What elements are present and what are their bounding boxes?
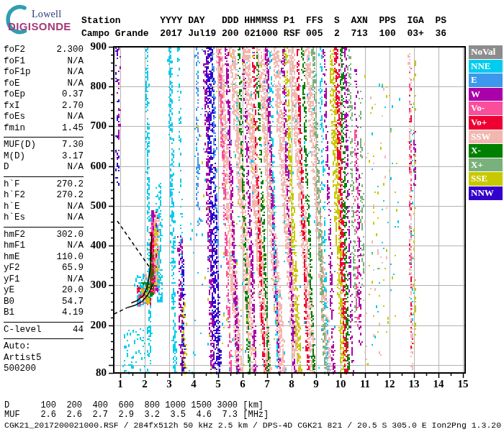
param-label: h`Es xyxy=(4,212,25,224)
x-axis-tick-label: 10 xyxy=(330,378,351,390)
x-axis-tick-label: 2 xyxy=(134,378,156,390)
param-label: foF1 xyxy=(4,56,25,68)
param-label: h`F2 xyxy=(4,190,25,202)
param-foF1: foF1N/A xyxy=(4,56,84,68)
legend-item-NNE: NNE xyxy=(469,60,503,73)
x-axis-tick-label: 7 xyxy=(256,378,278,390)
param-hmF1: hmF1N/A xyxy=(4,240,84,252)
param-yE: yE20.0 xyxy=(4,285,84,297)
distance-row: D 100 200 400 600 800 1000 1500 3000 [km… xyxy=(4,400,264,410)
param-value: 7.30 xyxy=(62,140,84,151)
param-label: h`E xyxy=(4,202,20,213)
param-hEs: h`EsN/A xyxy=(4,212,84,224)
param-value: N/A xyxy=(67,212,84,224)
legend-item-W: W xyxy=(469,88,503,102)
param-separator xyxy=(4,227,84,228)
param-foE: foEN/A xyxy=(4,78,84,90)
param-value: 54.7 xyxy=(62,297,84,308)
parameter-panel: foF22.300foF1N/AfoF1pN/AfoEN/AfoEp0.37fx… xyxy=(4,45,84,375)
param-label: h`F xyxy=(4,179,20,191)
param-label: fmin xyxy=(4,123,25,135)
y-axis-tick-label: 900 xyxy=(81,40,107,53)
param-value: 270.2 xyxy=(56,190,84,202)
x-axis-tick-label: 15 xyxy=(452,378,474,390)
legend-item-SSW: SSW xyxy=(469,130,503,144)
param-separator xyxy=(4,322,84,323)
y-axis-tick-label: 80 xyxy=(81,366,107,379)
x-axis-tick-label: 8 xyxy=(281,378,302,390)
y-axis-tick-label: 800 xyxy=(81,80,107,92)
param-value: 270.2 xyxy=(56,179,84,191)
param-MUFD: MUF(D)7.30 xyxy=(4,140,84,151)
param-separator xyxy=(4,338,84,339)
x-axis-tick-label: 11 xyxy=(354,378,376,390)
legend-item-Vo-: Vo- xyxy=(469,102,503,115)
param-foF2: foF22.300 xyxy=(4,45,84,56)
legend-item-NoVal: NoVal xyxy=(469,45,503,59)
x-axis-tick-label: 9 xyxy=(305,378,327,390)
file-info-line: CGK21_2017200021000.RSF / 284fx512h 50 k… xyxy=(4,420,501,430)
param-label: foF2 xyxy=(4,45,25,56)
param-label: B0 xyxy=(4,297,14,308)
x-axis-tick-label: 13 xyxy=(403,378,425,390)
param-B0: B054.7 xyxy=(4,297,84,308)
param-hmF2: hmF2302.0 xyxy=(4,230,84,241)
param-separator xyxy=(4,176,84,177)
param-label: hmF2 xyxy=(4,230,25,241)
muf-row: MUF 2.6 2.6 2.7 2.9 3.2 3.5 4.6 7.3 [MHz… xyxy=(4,410,269,420)
param-value: 2.70 xyxy=(62,101,84,112)
param-value: N/A xyxy=(67,56,84,68)
x-axis-tick-label: 1 xyxy=(109,378,131,390)
param-label: C-level xyxy=(4,325,42,336)
param-B1: B14.19 xyxy=(4,307,84,319)
param-label: yE xyxy=(4,285,14,297)
y-axis-tick-label: 200 xyxy=(81,319,107,331)
ionogram-viewer: Lowell DIGISONDE Station YYYY DAY DDD HH… xyxy=(0,0,504,432)
param-label: foF1p xyxy=(4,67,31,78)
param-value: 302.0 xyxy=(56,230,84,241)
x-axis-tick-label: 6 xyxy=(232,378,253,390)
param-separator xyxy=(4,137,84,138)
param-label: fxI xyxy=(4,101,20,112)
x-axis-tick-label: 5 xyxy=(207,378,229,390)
param-hE: h`EN/A xyxy=(4,202,84,213)
param-label: M(D) xyxy=(4,151,25,163)
logo-lowell-text: Lowell xyxy=(32,9,61,20)
x-axis-tick-label: 3 xyxy=(158,378,180,390)
param-yF2: yF265.9 xyxy=(4,263,84,274)
legend-item-Vo+: Vo+ xyxy=(469,116,503,130)
header-values-row: Campo Grande 2017 Jul19 200 021000 RSF 0… xyxy=(81,28,446,39)
param-label: foE xyxy=(4,78,20,90)
legend-item-E: E xyxy=(469,73,503,87)
param-value: 110.0 xyxy=(56,252,84,264)
param-value: 65.9 xyxy=(62,263,84,274)
lowell-digisonde-logo: Lowell DIGISONDE xyxy=(3,3,82,36)
param-fxI: fxI2.70 xyxy=(4,101,84,112)
legend-item-X-: X- xyxy=(469,144,503,158)
y-axis-tick-label: 300 xyxy=(81,279,107,291)
param-label: hmF1 xyxy=(4,240,25,252)
param-fmin: fmin1.45 xyxy=(4,123,84,135)
logo-digisonde-text: DIGISONDE xyxy=(8,20,71,32)
param-label: foEp xyxy=(4,89,25,101)
param-label: B1 xyxy=(4,307,14,319)
param-yF1: yF1N/A xyxy=(4,274,84,286)
param-Clevel: C-level44 xyxy=(4,325,84,336)
param-Auto: Auto: xyxy=(4,341,84,353)
param-hF2: h`F2270.2 xyxy=(4,190,84,202)
param-Artist5: Artist5 xyxy=(4,353,84,364)
param-label: D xyxy=(4,162,9,174)
param-label: hmE xyxy=(4,252,20,264)
param-label: Auto: xyxy=(4,341,31,353)
y-axis-tick-label: 700 xyxy=(81,120,107,132)
legend-item-SSE: SSE xyxy=(469,172,503,186)
header-columns-row: Station YYYY DAY DDD HHMMSS P1 FFS S AXN… xyxy=(81,15,446,26)
legend-item-X+: X+ xyxy=(469,158,503,172)
legend-item-NNW: NNW xyxy=(469,186,503,200)
param-MD: M(D)3.17 xyxy=(4,151,84,163)
y-axis-tick-label: 600 xyxy=(81,160,107,172)
param-foEs: foEsN/A xyxy=(4,112,84,123)
param-label: foEs xyxy=(4,112,25,123)
x-axis-tick-label: 14 xyxy=(428,378,449,390)
param-label: 500200 xyxy=(4,364,36,375)
